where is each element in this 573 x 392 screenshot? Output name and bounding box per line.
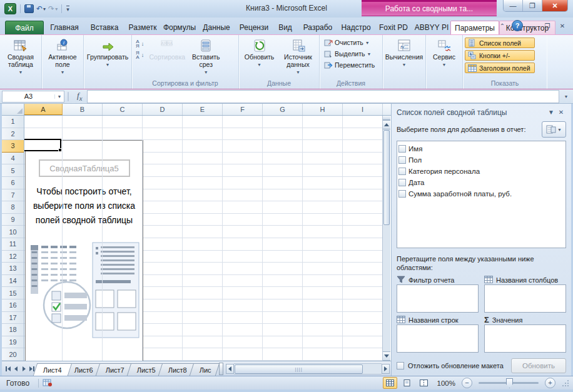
page-layout-view-button[interactable] bbox=[400, 377, 414, 389]
column-header-B[interactable]: B bbox=[63, 104, 103, 115]
tab-разметк[interactable]: Разметк bbox=[124, 21, 161, 34]
update-button[interactable]: Обновить bbox=[511, 358, 566, 373]
group-label-data[interactable]: Данные bbox=[239, 79, 319, 89]
group-label-sort-filter[interactable]: Сортировка и фильтр bbox=[132, 79, 238, 89]
group-button[interactable]: Группировать ▼ bbox=[86, 36, 129, 69]
split-handle[interactable] bbox=[383, 116, 390, 120]
field-headers-toggle[interactable]: Заголовки полей bbox=[465, 63, 535, 73]
row-header-3[interactable]: 3 bbox=[2, 140, 24, 153]
clear-button[interactable]: Очистить▼ bbox=[322, 38, 377, 48]
row-header-14[interactable]: 14 bbox=[2, 275, 24, 288]
pivottable-button[interactable]: Сводная таблица ▼ bbox=[2, 36, 39, 76]
select-button[interactable]: Выделить▼ bbox=[322, 49, 377, 59]
scroll-up-icon[interactable] bbox=[383, 120, 390, 129]
select-all-corner[interactable] bbox=[2, 104, 24, 115]
window-minimize-icon[interactable]: — bbox=[527, 21, 538, 31]
tab-файл[interactable]: Файл bbox=[5, 21, 44, 34]
field-list-toggle[interactable]: Список полей bbox=[465, 38, 535, 48]
expand-formula-bar-icon[interactable]: ▼ bbox=[562, 94, 570, 99]
sort-button[interactable]: АЯЯА Сортировка bbox=[147, 36, 187, 61]
move-button[interactable]: Переместить bbox=[322, 60, 377, 70]
field-checkbox[interactable] bbox=[398, 145, 406, 153]
maximize-button[interactable]: ❐ bbox=[523, 0, 542, 11]
field-item[interactable]: Имя bbox=[398, 143, 564, 154]
page-break-view-button[interactable] bbox=[417, 377, 431, 389]
normal-view-button[interactable] bbox=[383, 377, 397, 389]
zoom-level-label[interactable]: 100% bbox=[437, 379, 455, 387]
column-header-A[interactable]: A bbox=[24, 104, 63, 115]
sort-ascending-button[interactable]: АЯ↓ bbox=[134, 39, 146, 49]
column-header-F[interactable]: F bbox=[223, 104, 263, 115]
tab-разрабо[interactable]: Разрабо bbox=[298, 21, 338, 34]
field-checkbox[interactable] bbox=[398, 156, 406, 164]
tab-параметры[interactable]: Параметры bbox=[450, 21, 499, 34]
row-header-13[interactable]: 13 bbox=[2, 263, 24, 275]
help-icon[interactable]: ? bbox=[512, 20, 523, 31]
field-item[interactable]: Пол bbox=[398, 154, 564, 166]
resize-grip[interactable] bbox=[562, 379, 569, 387]
column-header-D[interactable]: D bbox=[143, 104, 183, 115]
tab-abbyy-pi[interactable]: ABBYY PI bbox=[413, 21, 450, 34]
chevron-down-icon[interactable]: ▼ bbox=[54, 94, 64, 99]
window-close-icon[interactable]: ✕ bbox=[557, 21, 568, 31]
first-sheet-icon[interactable] bbox=[4, 364, 12, 374]
row-header-4[interactable]: 4 bbox=[2, 153, 24, 165]
cells-area[interactable]: СводнаяТаблица5 Чтобы построить отчет, в… bbox=[24, 116, 382, 361]
minimize-ribbon-icon[interactable]: ⌃ bbox=[497, 21, 508, 31]
column-header-H[interactable]: H bbox=[303, 104, 343, 115]
row-header-6[interactable]: 6 bbox=[2, 177, 24, 189]
macro-record-icon[interactable] bbox=[43, 378, 53, 388]
row-header-1[interactable]: 1 bbox=[2, 116, 24, 128]
drop-area-box[interactable] bbox=[484, 324, 566, 353]
tab-данные[interactable]: Данные bbox=[198, 21, 235, 34]
minimize-button[interactable]: — bbox=[504, 0, 523, 11]
field-item[interactable]: Категория персонала bbox=[398, 166, 564, 177]
scroll-track[interactable] bbox=[383, 226, 390, 351]
field-item[interactable]: Сумма заработной платы, руб. bbox=[398, 188, 564, 199]
next-sheet-icon[interactable] bbox=[20, 364, 28, 374]
group-label-show[interactable]: Показать bbox=[463, 79, 547, 89]
scroll-down-icon[interactable] bbox=[383, 351, 390, 361]
vertical-scrollbar[interactable] bbox=[382, 116, 390, 361]
calculations-button[interactable]: fx Вычисления ▼ bbox=[385, 36, 423, 69]
formula-input[interactable] bbox=[87, 90, 559, 103]
data-source-button[interactable]: Источник данных ▼ bbox=[279, 36, 317, 76]
insert-slicer-button[interactable]: Вставить срез ▼ bbox=[188, 36, 223, 76]
field-item[interactable]: Дата bbox=[398, 177, 564, 188]
vertical-scroll-thumb[interactable] bbox=[383, 130, 390, 225]
defer-layout-checkbox[interactable] bbox=[397, 362, 404, 369]
tab-split-handle[interactable] bbox=[219, 363, 223, 375]
drop-area-box[interactable] bbox=[484, 284, 566, 313]
column-header-E[interactable]: E bbox=[183, 104, 223, 115]
field-checkbox[interactable] bbox=[398, 168, 406, 175]
field-checkbox[interactable] bbox=[398, 190, 406, 198]
row-header-8[interactable]: 8 bbox=[2, 201, 24, 214]
drop-area-box[interactable] bbox=[397, 284, 479, 313]
window-restore-icon[interactable]: ❐ bbox=[542, 21, 553, 31]
scroll-left-icon[interactable] bbox=[226, 364, 234, 374]
row-header-7[interactable]: 7 bbox=[2, 189, 24, 202]
row-header-20[interactable]: 20 bbox=[2, 348, 24, 361]
row-header-15[interactable]: 15 bbox=[2, 287, 24, 299]
zoom-slider-thumb[interactable] bbox=[506, 378, 513, 388]
column-header-I[interactable]: I bbox=[343, 104, 383, 115]
sort-descending-button[interactable]: ЯА↓ bbox=[134, 50, 146, 60]
pane-layout-button[interactable]: ▼ bbox=[542, 121, 566, 138]
tab-надстро[interactable]: Надстро bbox=[338, 21, 374, 34]
active-cell-selection[interactable] bbox=[24, 139, 61, 151]
pane-close-icon[interactable]: ✕ bbox=[556, 108, 566, 117]
field-checkbox[interactable] bbox=[398, 179, 406, 186]
horizontal-scroll-thumb[interactable]: |||| bbox=[235, 364, 363, 374]
plus-minus-buttons-toggle[interactable]: Кнопки +/- bbox=[465, 50, 535, 61]
contextual-tab-group-header[interactable]: Работа со сводными та... bbox=[362, 0, 497, 16]
row-header-11[interactable]: 11 bbox=[2, 238, 24, 251]
close-button[interactable]: ✕ bbox=[542, 0, 567, 11]
drop-area-box[interactable] bbox=[397, 324, 479, 353]
row-header-5[interactable]: 5 bbox=[2, 164, 24, 177]
name-box[interactable]: A3 ▼ bbox=[2, 91, 64, 103]
pane-options-icon[interactable]: ▼ bbox=[546, 108, 556, 117]
row-header-19[interactable]: 19 bbox=[2, 336, 24, 349]
tab-рецензи[interactable]: Рецензи bbox=[235, 21, 273, 34]
active-field-button[interactable]: i Активное поле ▼ bbox=[44, 36, 81, 76]
zoom-in-button[interactable]: + bbox=[545, 378, 555, 388]
